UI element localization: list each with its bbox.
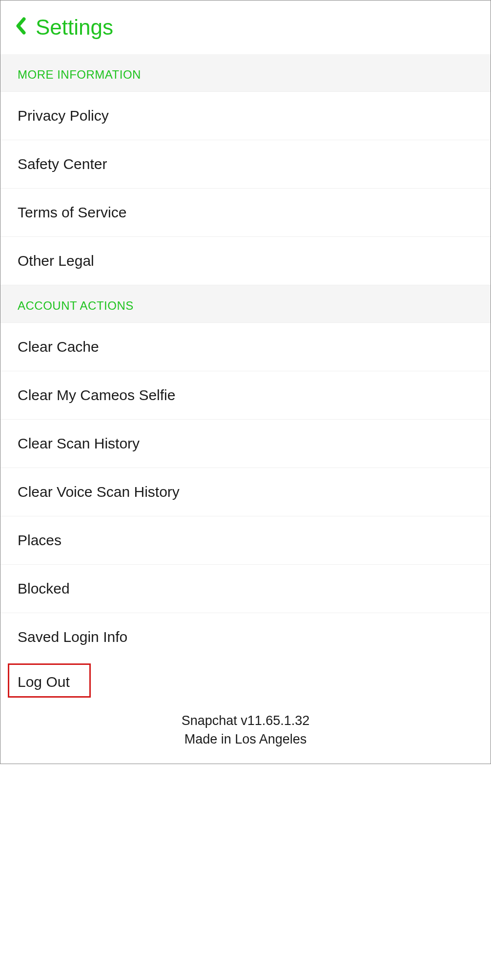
list-item-saved-login-info[interactable]: Saved Login Info <box>0 613 491 661</box>
page-header: Settings <box>0 0 491 54</box>
list-item-blocked[interactable]: Blocked <box>0 565 491 613</box>
list-item-clear-scan-history[interactable]: Clear Scan History <box>0 420 491 468</box>
section-header-account-actions: ACCOUNT ACTIONS <box>0 285 491 323</box>
list-item-other-legal[interactable]: Other Legal <box>0 237 491 285</box>
footer-made-in: Made in Los Angeles <box>0 730 491 749</box>
footer: Snapchat v11.65.1.32 Made in Los Angeles <box>0 703 491 764</box>
page-title: Settings <box>36 15 113 40</box>
list-item-clear-my-cameos-selfie[interactable]: Clear My Cameos Selfie <box>0 371 491 420</box>
section-header-more-information: MORE INFORMATION <box>0 54 491 92</box>
log-out-label: Log Out <box>0 661 491 703</box>
list-item-clear-cache[interactable]: Clear Cache <box>0 323 491 371</box>
list-item-log-out[interactable]: Log Out <box>0 661 491 703</box>
list-item-places[interactable]: Places <box>0 516 491 565</box>
list-item-privacy-policy[interactable]: Privacy Policy <box>0 92 491 140</box>
list-item-clear-voice-scan-history[interactable]: Clear Voice Scan History <box>0 468 491 516</box>
back-icon[interactable] <box>15 17 26 38</box>
list-item-terms-of-service[interactable]: Terms of Service <box>0 189 491 237</box>
footer-version: Snapchat v11.65.1.32 <box>0 712 491 730</box>
list-item-safety-center[interactable]: Safety Center <box>0 140 491 189</box>
